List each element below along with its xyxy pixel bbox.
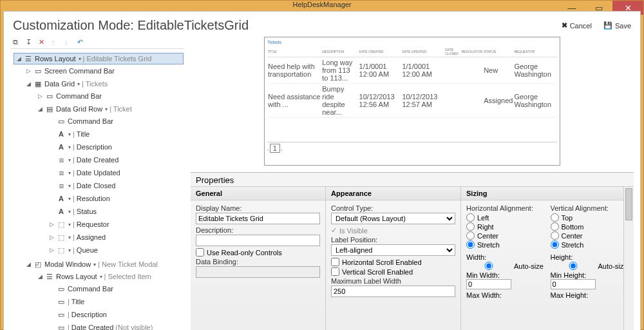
- tree-item[interactable]: ⧇▾ | Date Updated: [48, 167, 184, 179]
- preview-title: Tickets: [267, 40, 557, 44]
- dropdown-icon[interactable]: ▾: [68, 222, 71, 228]
- page-number[interactable]: 1: [270, 144, 280, 153]
- dropdown-icon[interactable]: ▾: [68, 170, 71, 176]
- maxlabelwidth-input[interactable]: [331, 286, 455, 297]
- tree-item[interactable]: ▭ | Date Created (Not visible): [48, 322, 184, 330]
- dropdown-icon[interactable]: ▾: [68, 157, 71, 163]
- tree-sub: | Selected Item: [104, 273, 151, 280]
- dropdown-icon[interactable]: ▾: [68, 235, 71, 240]
- preview-row[interactable]: Need assistance with ...Bumpy ride despi…: [267, 84, 557, 118]
- halign-left[interactable]: [466, 213, 475, 222]
- dropdown-icon[interactable]: ▾: [79, 56, 81, 62]
- tree-item[interactable]: A▾ | Description: [48, 141, 184, 153]
- header-actions: ✖Cancel 💾Save: [562, 21, 631, 30]
- rows-layout-icon: ☰: [45, 272, 54, 281]
- tree-item[interactable]: ▷▭Screen Command Bar: [25, 65, 184, 77]
- minwidth-input[interactable]: [466, 279, 511, 289]
- valign-center[interactable]: [551, 231, 559, 240]
- preview-row[interactable]: Need help with transportationLong way fr…: [267, 57, 557, 84]
- dropdown-icon[interactable]: ▾: [68, 196, 71, 202]
- tree-item[interactable]: ⧇▾ | Date Closed: [48, 180, 184, 191]
- scrollbar-thumb[interactable]: [625, 188, 632, 220]
- expand-icon[interactable]: ◢: [25, 261, 32, 267]
- dropdown-icon[interactable]: ▾: [68, 248, 71, 253]
- expand-icon[interactable]: ◢: [37, 273, 43, 280]
- tree-note: (Not visible): [115, 324, 153, 330]
- expand-icon[interactable]: ▷: [37, 93, 43, 99]
- labelpos-label: Label Position:: [331, 236, 455, 244]
- dropdown-icon[interactable]: ▾: [93, 262, 96, 267]
- command-bar-icon: ▭: [57, 284, 66, 293]
- controltype-select[interactable]: Default (Rows Layout): [331, 213, 455, 224]
- tree-label: Title: [71, 298, 84, 306]
- tree-item[interactable]: ◢▦Data Grid▾ | Tickets: [25, 78, 184, 90]
- dropdown-icon[interactable]: ▾: [68, 144, 71, 150]
- databinding-input[interactable]: [196, 266, 320, 278]
- preview-cell: Assigned: [483, 84, 513, 118]
- minwidth-label: Min Width:: [466, 271, 544, 279]
- properties-panel: Properties General Display Name: Descrip…: [191, 172, 634, 330]
- undo-icon[interactable]: ↶: [77, 38, 86, 47]
- labelpos-select[interactable]: Left-aligned: [331, 244, 455, 256]
- layout-tree[interactable]: ◢ ☰ Rows Layout▾ | Editable Tickets Grid…: [10, 52, 184, 330]
- tree-root[interactable]: ◢ ☰ Rows Layout▾ | Editable Tickets Grid: [14, 53, 184, 64]
- description-input[interactable]: [196, 235, 320, 246]
- tree-item[interactable]: ◢◰Modal Window▾ | New Ticket Modal: [25, 258, 184, 270]
- delete-icon[interactable]: ✕: [39, 38, 48, 47]
- tree-item[interactable]: A▾ | Title: [48, 128, 184, 140]
- tree-item[interactable]: A▾ | Status: [48, 206, 184, 217]
- tree-item[interactable]: ⧇▾ | Date Created: [48, 154, 184, 166]
- right-panel: Tickets TITLEDESCRIPTIONDATE CREATEDDATE…: [191, 37, 634, 330]
- dropdown-icon[interactable]: ▾: [68, 183, 71, 189]
- tree-label: Description: [77, 143, 112, 151]
- expand-icon[interactable]: ◢: [25, 81, 32, 87]
- minheight-input[interactable]: [551, 279, 596, 289]
- properties-scrollbar[interactable]: [623, 187, 634, 330]
- tree-sub: | New Ticket Modal: [98, 260, 158, 268]
- cancel-button[interactable]: ✖Cancel: [562, 21, 592, 30]
- valign-stretch[interactable]: [551, 240, 559, 249]
- halign-center[interactable]: [466, 231, 475, 240]
- tree-item[interactable]: ◢☰Rows Layout▾ | Selected Item: [37, 271, 184, 282]
- valign-top[interactable]: [551, 213, 559, 222]
- expand-icon[interactable]: ◢: [15, 55, 22, 62]
- halign-stretch[interactable]: [466, 240, 475, 249]
- vscroll-checkbox[interactable]: [331, 267, 339, 276]
- controltype-label: Control Type:: [331, 204, 455, 212]
- tree-item[interactable]: ▭ | Title: [48, 296, 184, 307]
- tree-item[interactable]: ▭ | Description: [48, 309, 184, 320]
- halign-right[interactable]: [466, 222, 475, 231]
- width-auto[interactable]: [466, 262, 511, 270]
- readonly-checkbox[interactable]: [196, 248, 204, 257]
- expand-icon[interactable]: ▷: [25, 68, 32, 74]
- tree-item[interactable]: A▾ | Resolution: [48, 193, 184, 204]
- valign-bottom[interactable]: [551, 222, 559, 231]
- tree-item[interactable]: ▷⬚▾ | Assigned: [48, 231, 184, 243]
- tree-label: Queue: [77, 246, 98, 254]
- dropdown-icon[interactable]: ▾: [77, 81, 80, 87]
- add-icon[interactable]: ⧉: [13, 38, 22, 47]
- move-down-icon[interactable]: ↓: [64, 38, 73, 47]
- expand-icon[interactable]: ◢: [37, 106, 43, 112]
- dropdown-icon[interactable]: ▾: [68, 209, 71, 215]
- height-auto[interactable]: [551, 262, 596, 270]
- link-icon: ⬚: [57, 246, 66, 255]
- hscroll-checkbox[interactable]: [331, 258, 339, 266]
- tree-item[interactable]: ▭Command Bar: [48, 115, 184, 127]
- move-up-icon[interactable]: ↑: [52, 38, 61, 47]
- import-icon[interactable]: ↧: [26, 38, 35, 47]
- tree-item[interactable]: ▭Command Bar: [48, 283, 184, 295]
- dropdown-icon[interactable]: ▾: [105, 106, 108, 112]
- save-button[interactable]: 💾Save: [603, 21, 631, 30]
- tree-item[interactable]: ▷▭Command Bar: [37, 90, 184, 102]
- tree-item[interactable]: ◢▤Data Grid Row▾ | Ticket: [37, 103, 184, 115]
- dropdown-icon[interactable]: ▾: [68, 131, 71, 137]
- tree-item[interactable]: ▷⬚▾ | Requestor: [48, 218, 184, 230]
- height-label: Height:: [551, 253, 629, 261]
- preview-cell: George Washington: [513, 57, 557, 84]
- dropdown-icon[interactable]: ▾: [100, 274, 102, 280]
- tree-item[interactable]: ▷⬚▾ | Queue: [48, 244, 184, 256]
- header: Customization Mode: EditableTicketsGrid …: [4, 12, 640, 37]
- display-name-input[interactable]: [196, 213, 320, 224]
- app-window: HelpDeskManager — ▭ ✕ Customization Mode…: [0, 0, 644, 330]
